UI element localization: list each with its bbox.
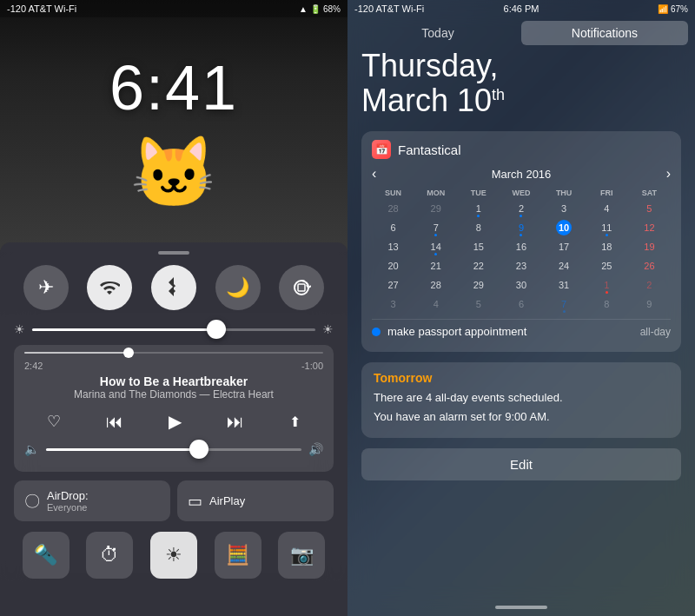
tab-today[interactable]: Today — [354, 21, 521, 45]
battery-icon-left: 🔋 — [310, 4, 321, 14]
cal-day[interactable]: 3 — [543, 199, 586, 218]
battery-pct-left: 68% — [323, 4, 341, 14]
volume-thumb[interactable] — [189, 440, 208, 459]
like-button[interactable]: ♡ — [36, 408, 71, 434]
airplane-toggle[interactable]: ✈ — [23, 265, 69, 310]
cal-day[interactable]: 2 — [628, 275, 671, 295]
cal-day[interactable]: 24 — [543, 256, 586, 275]
brightness-track[interactable] — [32, 328, 315, 331]
cal-day[interactable]: 2 — [500, 199, 542, 218]
cal-day[interactable]: 9 — [628, 295, 671, 314]
timer-button[interactable]: ⏱ — [86, 532, 133, 579]
cal-header-fri: FRI — [586, 187, 628, 199]
cal-header-sun: SUN — [372, 187, 414, 199]
camera-button[interactable]: 📷 — [278, 532, 325, 579]
status-icons-right: 📶 67% — [658, 4, 688, 14]
cal-day[interactable]: 28 — [414, 275, 457, 295]
next-button[interactable]: ⏭ — [216, 408, 255, 435]
play-pause-button[interactable]: ▶ — [158, 407, 192, 435]
screen-brightness-button[interactable]: ☀ — [150, 532, 197, 579]
cal-day[interactable]: 30 — [500, 275, 542, 295]
cal-day[interactable]: 12 — [628, 218, 671, 237]
brightness-thumb[interactable] — [207, 320, 226, 339]
bluetooth-toggle[interactable] — [151, 265, 196, 310]
event-time: all-day — [640, 326, 671, 338]
toggle-row: ✈ 🌙 — [14, 265, 334, 310]
tab-notifications[interactable]: Notifications — [521, 21, 688, 45]
music-progress-track[interactable] — [24, 352, 323, 354]
cal-day[interactable]: 28 — [372, 199, 414, 218]
fantastical-icon: 📅 — [372, 140, 391, 159]
cal-next-button[interactable]: › — [666, 166, 671, 182]
right-content: Thursday, March 10th 📅 Fantastical ‹ Mar… — [348, 49, 695, 590]
volume-track[interactable] — [46, 448, 301, 451]
cal-day[interactable]: 11 — [586, 218, 628, 237]
volume-fill — [46, 448, 199, 451]
cal-day[interactable]: 20 — [372, 256, 414, 275]
airdrop-button[interactable]: 〇 AirDrop: Everyone — [14, 480, 170, 521]
cal-header-thu: THU — [543, 187, 586, 199]
cal-day-today[interactable]: 10 — [543, 218, 586, 237]
status-bar-right: -120 AT&T Wi-Fi 6:46 PM 📶 67% — [348, 0, 695, 17]
time-right: 6:46 PM — [504, 3, 539, 14]
cal-day[interactable]: 14 — [414, 237, 457, 256]
cal-day[interactable]: 5 — [628, 199, 671, 218]
prev-button[interactable]: ⏮ — [96, 408, 134, 435]
date-line1: Thursday, — [361, 49, 498, 83]
airplay-button[interactable]: ▭ AirPlay — [177, 480, 334, 521]
cal-day[interactable]: 1 — [586, 275, 628, 295]
cal-header-mon: MON — [414, 187, 457, 199]
cal-day[interactable]: 18 — [586, 237, 628, 256]
airplay-text: AirPlay — [209, 494, 245, 507]
wifi-toggle[interactable] — [87, 265, 132, 310]
cal-day[interactable]: 22 — [457, 256, 500, 275]
air-row: 〇 AirDrop: Everyone ▭ AirPlay — [14, 480, 334, 521]
calculator-button[interactable]: 🧮 — [215, 532, 261, 579]
cal-day[interactable]: 13 — [372, 237, 414, 256]
dnd-toggle[interactable]: 🌙 — [215, 265, 261, 310]
cal-day[interactable]: 15 — [457, 237, 500, 256]
event-row: make passport appointment all-day — [372, 319, 671, 343]
cal-day[interactable]: 23 — [500, 256, 542, 275]
music-progress-thumb[interactable] — [123, 348, 134, 358]
control-center: ✈ 🌙 ☀ — [0, 242, 348, 616]
cal-day[interactable]: 6 — [500, 295, 542, 314]
cal-day[interactable]: 31 — [543, 275, 586, 295]
drag-handle[interactable] — [158, 251, 189, 255]
cal-day[interactable]: 29 — [457, 275, 500, 295]
cal-day[interactable]: 8 — [457, 218, 500, 237]
rotation-toggle[interactable] — [279, 265, 324, 310]
cal-prev-button[interactable]: ‹ — [372, 166, 376, 182]
cal-day[interactable]: 9 — [500, 218, 542, 237]
cal-day[interactable]: 4 — [414, 295, 457, 314]
cal-day[interactable]: 5 — [457, 295, 500, 314]
cal-day[interactable]: 6 — [372, 218, 414, 237]
share-button[interactable]: ⬆ — [279, 410, 311, 434]
volume-high-icon: 🔊 — [308, 442, 323, 456]
edit-button[interactable]: Edit — [361, 448, 681, 480]
home-indicator[interactable] — [495, 606, 547, 609]
cal-day[interactable]: 7 — [414, 218, 457, 237]
brightness-fill — [32, 328, 216, 331]
cal-day[interactable]: 26 — [628, 256, 671, 275]
cal-day[interactable]: 8 — [586, 295, 628, 314]
tomorrow-label: Tomorrow — [374, 371, 669, 385]
today-date: Thursday, March 10th — [361, 49, 681, 117]
calendar-header: ‹ March 2016 › — [372, 166, 671, 182]
tomorrow-line2: You have an alarm set for 9:00 AM. — [374, 409, 669, 425]
cal-day[interactable]: 27 — [372, 275, 414, 295]
cal-day[interactable]: 17 — [543, 237, 586, 256]
cal-day[interactable]: 4 — [586, 199, 628, 218]
cal-day[interactable]: 25 — [586, 256, 628, 275]
tab-bar: Today Notifications — [348, 17, 695, 49]
cal-day[interactable]: 19 — [628, 237, 671, 256]
flashlight-button[interactable]: 🔦 — [23, 532, 70, 579]
cal-day[interactable]: 1 — [457, 199, 500, 218]
cal-day[interactable]: 7 — [543, 295, 586, 314]
calendar-month: March 2016 — [492, 168, 552, 181]
cal-day[interactable]: 29 — [414, 199, 457, 218]
date-suffix: th — [492, 86, 505, 103]
cal-day[interactable]: 21 — [414, 256, 457, 275]
cal-day[interactable]: 3 — [372, 295, 414, 314]
cal-day[interactable]: 16 — [500, 237, 542, 256]
